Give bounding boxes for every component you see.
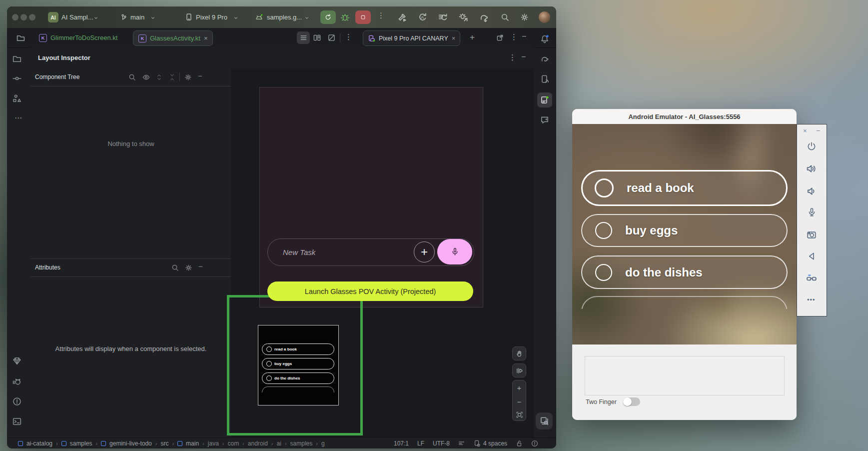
breadcrumb[interactable]: ai-catalog› samples› gemini-live-todo› s… (18, 438, 325, 448)
breadcrumb-item[interactable]: ai-catalog (26, 440, 52, 447)
gradle-tool-icon[interactable] (540, 54, 549, 64)
breadcrumb-item[interactable]: samples (290, 440, 313, 447)
window-close-button[interactable] (12, 14, 18, 20)
more-options-icon[interactable]: ••• (807, 296, 816, 304)
more-tool-windows-icon[interactable]: ⋯ (14, 116, 22, 120)
gradle-sync-icon[interactable] (479, 12, 489, 22)
pan-tool-button[interactable] (512, 346, 526, 360)
settings-gear-icon[interactable] (520, 13, 529, 22)
emulator-screen[interactable]: read a book buy eggs do the dishes (572, 124, 797, 344)
app-quality-insights-icon[interactable] (12, 356, 21, 366)
window-minimize-button[interactable] (20, 14, 27, 20)
add-tab-button[interactable]: + (470, 32, 475, 42)
unlocked-padlock-icon[interactable] (516, 440, 523, 447)
hide-tool-window-button[interactable]: − (522, 32, 526, 41)
breadcrumb-item[interactable]: com (227, 440, 239, 447)
open-in-window-icon[interactable] (496, 34, 504, 42)
inspection-status-icon[interactable] (531, 440, 538, 447)
running-device-tab[interactable]: Pixel 9 Pro API CANARY × (363, 30, 460, 46)
expand-all-icon[interactable] (155, 74, 163, 81)
glasses-icon[interactable] (806, 272, 817, 284)
two-finger-toggle[interactable] (623, 398, 640, 406)
breadcrumb-item[interactable]: src (160, 440, 168, 447)
inspector-more-actions[interactable]: ⋮ (509, 55, 516, 60)
back-button-icon[interactable] (807, 252, 817, 261)
device-manager-icon[interactable] (540, 74, 549, 84)
caret-position[interactable]: 107:1 (394, 440, 409, 447)
commit-tool-icon[interactable] (12, 74, 21, 83)
todo-pill[interactable]: do the dishes (581, 256, 788, 289)
touchpad-area[interactable] (585, 356, 785, 396)
notifications-bell-icon[interactable] (540, 34, 549, 44)
run-more-actions[interactable]: ⋮ (377, 13, 385, 18)
layout-inspector-snapshot-button[interactable] (536, 412, 553, 430)
todo-pill[interactable]: read a book (262, 344, 334, 355)
device-tab-more-actions[interactable]: ⋮ (510, 34, 518, 40)
visibility-eye-icon[interactable] (142, 74, 150, 81)
power-button-icon[interactable] (807, 142, 817, 152)
hide-panel-button[interactable]: − (198, 72, 202, 80)
problems-icon[interactable] (12, 397, 21, 406)
todo-pill-selected[interactable]: read a book (581, 170, 788, 206)
3d-mode-button[interactable] (512, 364, 526, 378)
avatar[interactable] (539, 12, 550, 23)
terminal-icon[interactable] (12, 417, 21, 426)
run-configuration-selector[interactable]: samples.g... (267, 6, 302, 28)
breadcrumb-item[interactable]: g (321, 440, 325, 447)
split-view-icon[interactable] (313, 34, 321, 42)
hide-panel-button[interactable]: − (198, 262, 203, 270)
preview-image-icon[interactable] (328, 34, 335, 42)
close-tab-icon[interactable]: × (204, 35, 208, 42)
breadcrumb-item[interactable]: main (186, 440, 199, 447)
volume-up-icon[interactable] (806, 164, 817, 174)
collapse-all-icon[interactable] (168, 74, 176, 81)
launch-glasses-pov-button[interactable]: Launch Glasses POV Activity (Projected) (267, 282, 473, 301)
project-tool-icon[interactable] (12, 54, 21, 63)
zoom-fit-icon[interactable] (516, 412, 523, 418)
search-icon[interactable] (128, 74, 136, 81)
structure-tool-icon[interactable] (12, 94, 21, 103)
build-run-icon[interactable] (397, 12, 407, 22)
add-task-button[interactable]: + (414, 242, 435, 262)
volume-down-icon[interactable] (806, 186, 817, 196)
inspector-minimize-button[interactable]: − (521, 52, 526, 62)
tab-glasses-activity[interactable]: K GlassesActivity.kt × (133, 30, 213, 46)
todo-pill[interactable]: buy eggs (581, 214, 788, 247)
settings-gear-icon[interactable] (185, 264, 192, 272)
gemini-chat-icon[interactable] (540, 116, 549, 124)
breadcrumb-item[interactable]: ai (277, 440, 281, 447)
run-target-selector[interactable]: Pixel 9 Pro (196, 6, 227, 28)
editor-more-actions[interactable]: ⋮ (345, 34, 352, 40)
camera-icon[interactable] (807, 230, 817, 240)
project-selector[interactable]: AI Sampl... (61, 6, 93, 28)
branch-selector[interactable]: main (130, 6, 144, 28)
settings-gear-icon[interactable] (184, 74, 192, 81)
emulator-minimize-button[interactable]: − (816, 127, 820, 134)
formatter-icon[interactable] (458, 440, 465, 447)
file-encoding[interactable]: UTF-8 (433, 440, 450, 447)
rerun-button[interactable] (320, 10, 336, 24)
breadcrumb-item[interactable]: samples (70, 440, 92, 447)
voice-input-button[interactable] (437, 239, 472, 264)
todo-pill[interactable]: buy eggs (262, 358, 334, 370)
breadcrumb-item[interactable]: gemini-live-todo (109, 440, 152, 447)
todo-pill[interactable]: do the dishes (262, 372, 334, 384)
search-icon[interactable] (171, 264, 179, 272)
editor-list-view-button[interactable] (297, 32, 310, 44)
indent-setting[interactable]: 4 spaces (483, 440, 507, 447)
running-devices-tool-button[interactable] (537, 92, 552, 108)
zoom-out-button[interactable]: − (517, 398, 522, 406)
logcat-icon[interactable] (12, 377, 21, 386)
zoom-in-button[interactable]: + (517, 384, 522, 392)
emulator-close-button[interactable]: × (803, 128, 807, 134)
folder-icon[interactable] (16, 34, 25, 42)
breadcrumb-item[interactable]: java (208, 440, 219, 447)
search-icon[interactable] (501, 13, 509, 22)
run-with-coverage-icon[interactable]: A (418, 12, 427, 22)
debug-button[interactable] (340, 12, 350, 22)
microphone-icon[interactable] (807, 208, 817, 217)
breadcrumb-item[interactable]: android (248, 440, 268, 447)
close-device-tab-icon[interactable]: × (452, 35, 456, 42)
stop-button[interactable] (355, 10, 371, 24)
tab-glimmer-todo-screen[interactable]: K GlimmerToDoScreen.kt (35, 30, 121, 45)
